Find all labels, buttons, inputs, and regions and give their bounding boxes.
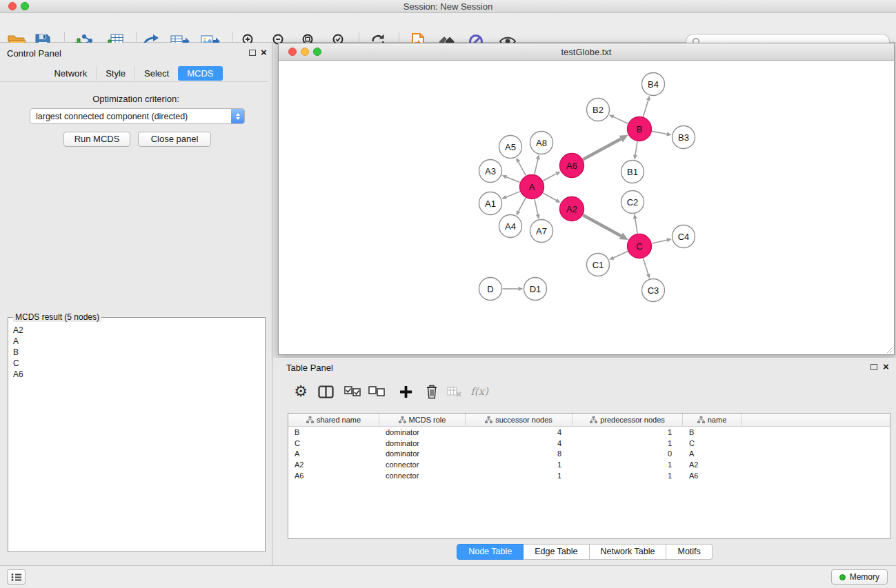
graph-node-B1[interactable]: B1 xyxy=(621,161,644,183)
deselect-all-rows-button[interactable] xyxy=(366,381,387,402)
checked-boxes-icon xyxy=(344,386,361,397)
table-tab-motifs[interactable]: Motifs xyxy=(666,544,712,560)
graph-edge-A-A2[interactable] xyxy=(543,193,556,201)
graph-node-A[interactable]: A xyxy=(520,175,544,199)
svg-text:B3: B3 xyxy=(678,132,689,143)
graph-edge-A-A7[interactable] xyxy=(535,199,538,214)
table-tab-network-table[interactable]: Network Table xyxy=(590,544,667,560)
graph-node-D[interactable]: D xyxy=(479,278,502,301)
column-header-name[interactable]: name xyxy=(683,414,741,426)
graph-node-B[interactable]: B xyxy=(628,117,652,141)
float-table-panel-icon[interactable] xyxy=(870,364,877,370)
control-tab-select[interactable]: Select xyxy=(135,66,178,81)
mcds-result-item[interactable]: A2 xyxy=(11,325,262,336)
control-tab-network[interactable]: Network xyxy=(45,66,96,81)
graph-edge-C-C3[interactable] xyxy=(644,258,648,274)
close-panel-button[interactable]: Close panel xyxy=(138,132,211,147)
table-row-A6[interactable]: A6connector11A6 xyxy=(288,470,890,481)
table-cell: 8 xyxy=(466,448,573,459)
network-graph[interactable]: B4B2BB3A8A5A6A3B1AC2A1A2A4A7C4CC1C3DD1 xyxy=(279,61,894,354)
mcds-result-item[interactable]: C xyxy=(11,358,262,369)
graph-edge-arrowhead xyxy=(666,238,671,242)
equation-builder-button[interactable]: f(x) xyxy=(466,381,492,402)
memory-button[interactable]: Memory xyxy=(831,569,888,585)
network-window-title: testGlobe.txt xyxy=(279,47,894,57)
graph-edge-C-C4[interactable] xyxy=(652,240,667,243)
network-window-titlebar[interactable]: testGlobe.txt xyxy=(279,43,894,61)
float-panel-icon[interactable] xyxy=(249,50,256,56)
graph-edge-arrowhead xyxy=(633,214,637,219)
graph-node-A2[interactable]: A2 xyxy=(560,197,584,221)
table-tab-edge-table[interactable]: Edge Table xyxy=(524,544,589,560)
memory-label: Memory xyxy=(850,572,879,582)
table-cell: B xyxy=(288,427,379,438)
task-history-button[interactable] xyxy=(7,569,26,585)
graph-node-B4[interactable]: B4 xyxy=(642,73,665,96)
graph-edge-B-B4[interactable] xyxy=(643,100,648,116)
graph-node-B2[interactable]: B2 xyxy=(587,99,610,121)
criterion-dropdown-value: largest connected component (directed) xyxy=(30,112,231,121)
graph-edge-A-A5[interactable] xyxy=(519,162,526,176)
graph-edge-A2-C[interactable] xyxy=(583,215,621,236)
graph-node-C3[interactable]: C3 xyxy=(642,279,665,302)
table-row-A2[interactable]: A2connector11A2 xyxy=(288,459,890,470)
graph-node-A4[interactable]: A4 xyxy=(499,215,522,238)
table-cell: 4 xyxy=(466,438,573,449)
graph-edge-arrowhead xyxy=(536,154,540,159)
graph-edge-A-A6[interactable] xyxy=(543,174,556,181)
graph-edge-A-A3[interactable] xyxy=(506,177,520,183)
graph-node-A1[interactable]: A1 xyxy=(479,192,502,215)
control-tab-style[interactable]: Style xyxy=(96,66,135,81)
create-column-button[interactable] xyxy=(395,381,416,402)
graph-node-D1[interactable]: D1 xyxy=(524,278,547,301)
graph-edge-C-C2[interactable] xyxy=(635,219,637,234)
toggle-columns-button[interactable] xyxy=(315,381,336,402)
mcds-result-item[interactable]: B xyxy=(11,347,262,358)
resize-grip-icon[interactable] xyxy=(885,345,893,354)
graph-edge-C-C1[interactable] xyxy=(613,252,628,258)
close-panel-icon[interactable]: × xyxy=(261,46,267,58)
run-mcds-button[interactable]: Run MCDS xyxy=(63,132,130,147)
graph-node-C1[interactable]: C1 xyxy=(587,254,610,276)
function-icon: f(x) xyxy=(470,385,488,398)
select-all-rows-button[interactable] xyxy=(342,381,363,402)
list-icon xyxy=(11,573,22,582)
graph-edge-B-B3[interactable] xyxy=(652,131,667,134)
graph-node-A7[interactable]: A7 xyxy=(530,220,553,243)
graph-edge-B-B1[interactable] xyxy=(635,141,637,155)
close-table-panel-icon[interactable]: × xyxy=(883,361,889,372)
table-tab-node-table[interactable]: Node Table xyxy=(457,544,524,560)
graph-node-A8[interactable]: A8 xyxy=(530,132,553,154)
column-header-shared-name[interactable]: shared name xyxy=(288,414,379,426)
column-type-icon xyxy=(485,416,492,423)
mcds-result-list[interactable]: A2ABCA6 xyxy=(11,325,262,380)
graph-node-B3[interactable]: B3 xyxy=(673,126,695,149)
graph-edge-A6-B[interactable] xyxy=(583,139,621,160)
mcds-result-item[interactable]: A xyxy=(11,336,262,347)
graph-edge-A-A4[interactable] xyxy=(519,198,526,211)
graph-edge-A-A1[interactable] xyxy=(506,192,520,197)
column-header-predecessor-nodes[interactable]: predecessor nodes xyxy=(573,414,683,426)
network-canvas[interactable]: B4B2BB3A8A5A6A3B1AC2A1A2A4A7C4CC1C3DD1 xyxy=(279,61,894,354)
table-row-B[interactable]: Bdominator41B xyxy=(288,427,890,438)
column-settings-button[interactable]: ⚙ xyxy=(290,381,311,402)
criterion-dropdown[interactable]: largest connected component (directed) xyxy=(30,108,245,124)
column-header-mcds-role[interactable]: MCDS role xyxy=(379,414,466,426)
column-header-successor-nodes[interactable]: successor nodes xyxy=(466,414,573,426)
table-row-A[interactable]: Adominator80A xyxy=(288,448,890,459)
graph-node-C[interactable]: C xyxy=(628,234,652,258)
graph-node-C2[interactable]: C2 xyxy=(621,191,644,214)
graph-edge-arrowhead xyxy=(501,175,507,179)
delete-columns-button[interactable] xyxy=(421,381,442,402)
mcds-result-item[interactable]: A6 xyxy=(11,369,262,380)
graph-node-A6[interactable]: A6 xyxy=(560,154,584,178)
graph-edge-B-B2[interactable] xyxy=(613,116,628,123)
control-tab-mcds[interactable]: MCDS xyxy=(178,66,222,81)
graph-node-C4[interactable]: C4 xyxy=(673,225,695,248)
graph-node-A3[interactable]: A3 xyxy=(479,160,502,183)
delete-table-button[interactable] xyxy=(444,381,465,402)
graph-node-A5[interactable]: A5 xyxy=(499,136,522,159)
graph-edge-A-A8[interactable] xyxy=(535,159,538,174)
table-cell: connector xyxy=(379,470,466,481)
table-row-C[interactable]: Cdominator41C xyxy=(288,438,890,449)
